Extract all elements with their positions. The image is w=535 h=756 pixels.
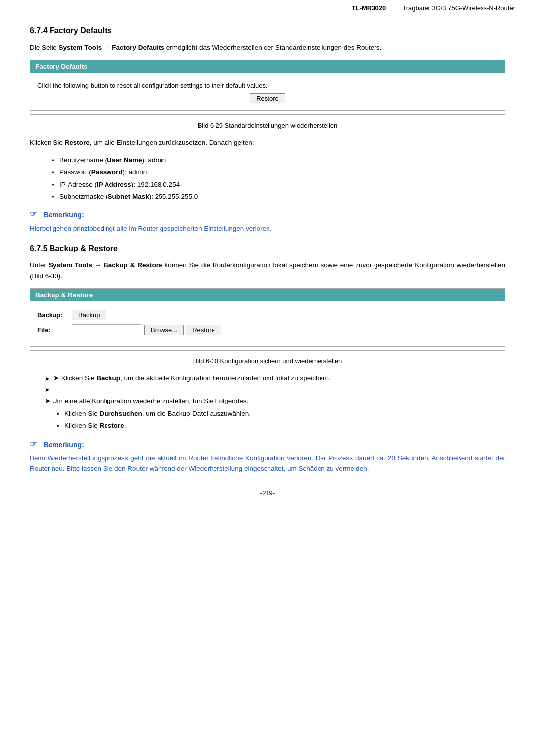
intro-arrow: → <box>102 44 112 51</box>
arrow-prefix-2: ➤ <box>45 396 53 407</box>
backup-restore-panel: Backup & Restore Backup: Backup File: Br… <box>30 288 505 351</box>
arrow-item-restore: ➤ Um eine alte Konfiguration wiederherzu… <box>45 384 505 432</box>
restore-row: Restore <box>37 93 498 103</box>
section-674-heading: 6.7.4 Factory Defaults <box>30 26 505 35</box>
factory-defaults-panel-body: Click the following button to reset all … <box>30 73 505 110</box>
list-item-ip: IP-Adresse (IP Address): 192.168.0.254 <box>59 179 505 191</box>
restore-intro-text: Klicken Sie <box>30 139 65 146</box>
section-674: 6.7.4 Factory Defaults Die Seite System … <box>30 26 505 234</box>
file-restore-button[interactable]: Restore <box>186 325 221 335</box>
section-674-intro: Die Seite System Tools → Factory Default… <box>30 42 505 53</box>
header-model: TL-MR3020 <box>352 4 386 12</box>
intro-text-2: ermöglicht das Wiederherstellen der Stan… <box>164 44 381 51</box>
section-675-heading: 6.7.5 Backup & Restore <box>30 244 505 253</box>
sub-item-browse: Klicken Sie Durchsuchen, um die Backup-D… <box>64 408 505 420</box>
panel-footer-line-2 <box>30 346 505 350</box>
sub-item-restore: Klicken Sie Restore. <box>64 420 505 432</box>
note-label-675: Bemerkung: <box>44 441 84 449</box>
note-heading-675: ☞ Bemerkung: <box>30 439 505 450</box>
file-label: File: <box>37 326 72 334</box>
restore-text: , um alle Einstellungen zurückzusetzen. … <box>90 139 254 146</box>
restore-sub-list: Klicken Sie Durchsuchen, um die Backup-D… <box>64 408 505 432</box>
note-section-674: ☞ Bemerkung: Hierbei gehen prinzipbeding… <box>30 209 505 234</box>
section-675-intro: Unter System Tools → Backup & Restore kö… <box>30 260 505 281</box>
page-header: TL-MR3020 Tragbarer 3G/3,75G-Wireless-N-… <box>0 0 535 16</box>
arrow-item-restore-row: ➤ Um eine alte Konfiguration wiederherzu… <box>45 396 505 407</box>
factory-defaults-panel: Factory Defaults Click the following but… <box>30 60 505 115</box>
figure-caption-630: Bild 6-30 Konfiguration sichern und wied… <box>30 357 505 365</box>
backup-label: Backup: <box>37 311 72 319</box>
note-text-674: Hierbei gehen prinzipbedingt alle im Rou… <box>30 223 505 234</box>
intro-bold2: Factory Defaults <box>112 44 164 51</box>
browse-button[interactable]: Browse... <box>144 325 184 335</box>
main-content: 6.7.4 Factory Defaults Die Seite System … <box>0 26 535 516</box>
restore-intro-paragraph: Klicken Sie Restore, um alle Einstellung… <box>30 137 505 148</box>
intro-text-1: Die Seite <box>30 44 59 51</box>
note-label-674: Bemerkung: <box>44 211 84 219</box>
list-item-password: Passwort (Password): admin <box>59 166 505 178</box>
defaults-bullet-list: Benutzername (User Name): admin Passwort… <box>59 154 505 202</box>
note-text-675: Beim Wiederherstellungsprozess geht die … <box>30 453 505 474</box>
header-separator <box>397 4 397 12</box>
page-container: TL-MR3020 Tragbarer 3G/3,75G-Wireless-N-… <box>0 0 535 756</box>
arrow-item-backup: ➤ Klicken Sie Backup, um die aktuelle Ko… <box>45 373 505 384</box>
header-right: TL-MR3020 Tragbarer 3G/3,75G-Wireless-N-… <box>352 4 515 12</box>
note-icon-674: ☞ <box>30 209 41 220</box>
panel-footer-line <box>30 110 505 114</box>
arrow-prefix-1: ➤ <box>54 373 61 384</box>
backup-button[interactable]: Backup <box>72 310 106 320</box>
page-number: -219- <box>30 489 505 497</box>
backup-row: Backup: Backup <box>37 310 498 320</box>
note-section-675: ☞ Bemerkung: Beim Wiederherstellungsproz… <box>30 439 505 474</box>
file-input[interactable] <box>72 324 141 335</box>
backup-arrow-list: ➤ Klicken Sie Backup, um die aktuelle Ko… <box>45 373 505 432</box>
restore-button[interactable]: Restore <box>250 93 285 103</box>
section-675: 6.7.5 Backup & Restore Unter System Tool… <box>30 244 505 474</box>
factory-defaults-panel-header: Factory Defaults <box>30 60 505 73</box>
file-row: File: Browse... Restore <box>37 324 498 335</box>
note-heading-674: ☞ Bemerkung: <box>30 209 505 220</box>
list-item-username: Benutzername (User Name): admin <box>59 154 505 166</box>
list-item-subnet: Subnetzmaske (Subnet Mask): 255.255.255.… <box>59 191 505 202</box>
note-icon-675: ☞ <box>30 439 41 450</box>
restore-intro-bold: Restore <box>65 139 90 146</box>
header-title: Tragbarer 3G/3,75G-Wireless-N-Router <box>402 4 515 12</box>
backup-restore-panel-header: Backup & Restore <box>30 289 505 301</box>
panel-instruction: Click the following button to reset all … <box>37 82 498 89</box>
intro-bold1: System Tools <box>59 44 102 51</box>
backup-restore-panel-body: Backup: Backup File: Browse... Restore <box>30 301 505 346</box>
figure-caption-629: Bild 6-29 Standardeinstellungen wiederhe… <box>30 122 505 129</box>
